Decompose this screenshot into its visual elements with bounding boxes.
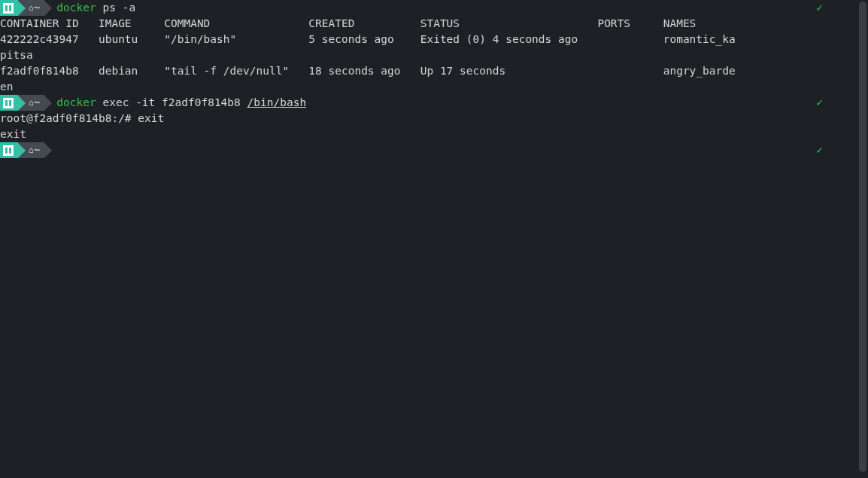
prompt-separator-icon	[44, 1, 52, 16]
table-row: f2adf0f814b8 debian "tail -f /dev/null" …	[0, 63, 853, 79]
table-row-wrap: pitsa	[0, 47, 853, 63]
prompt-separator-icon	[18, 1, 26, 16]
table-row-wrap: en	[0, 79, 853, 95]
status-check-icon: ✓	[816, 95, 823, 111]
path-tilde: ~	[34, 142, 41, 158]
prompt-separator-icon	[44, 143, 52, 158]
status-check-icon: ✓	[816, 0, 823, 16]
table-row: 422222c43947 ubuntu "/bin/bash" 5 second…	[0, 32, 853, 47]
prompt-separator-icon	[44, 96, 52, 111]
home-icon: ⌂	[29, 0, 34, 16]
prompt-separator-icon	[18, 96, 26, 111]
container-shell-output: exit	[0, 126, 853, 142]
terminal-output[interactable]: ⌂ ~ docker ps -a ✓ CONTAINER ID IMAGE CO…	[0, 0, 853, 478]
command-name: docker	[56, 96, 96, 108]
command-args: ps -a	[96, 2, 135, 14]
manjaro-logo-icon	[0, 0, 18, 16]
prompt-line-3[interactable]: ⌂ ~ ✓	[0, 142, 853, 158]
prompt-separator-icon	[18, 143, 26, 158]
container-shell-output: root@f2adf0f814b8:/# exit	[0, 111, 853, 126]
prompt-line-1: ⌂ ~ docker ps -a ✓	[0, 0, 853, 16]
path-tilde: ~	[34, 0, 41, 16]
status-check-icon: ✓	[816, 142, 823, 158]
manjaro-logo-icon	[0, 95, 18, 111]
prompt-line-2: ⌂ ~ docker exec -it f2adf0f814b8 /bin/ba…	[0, 95, 853, 111]
home-icon: ⌂	[29, 95, 34, 111]
command-args: exec -it f2adf0f814b8	[96, 96, 247, 108]
scrollbar[interactable]	[859, 2, 866, 472]
command-text: docker ps -a	[52, 0, 135, 16]
home-icon: ⌂	[29, 142, 34, 158]
table-header-row: CONTAINER ID IMAGE COMMAND CREATED STATU…	[0, 16, 853, 32]
path-tilde: ~	[34, 95, 41, 111]
command-text: docker exec -it f2adf0f814b8 /bin/bash	[52, 95, 306, 111]
command-path-arg: /bin/bash	[247, 96, 307, 108]
manjaro-logo-icon	[0, 142, 18, 158]
command-name: docker	[56, 2, 96, 14]
